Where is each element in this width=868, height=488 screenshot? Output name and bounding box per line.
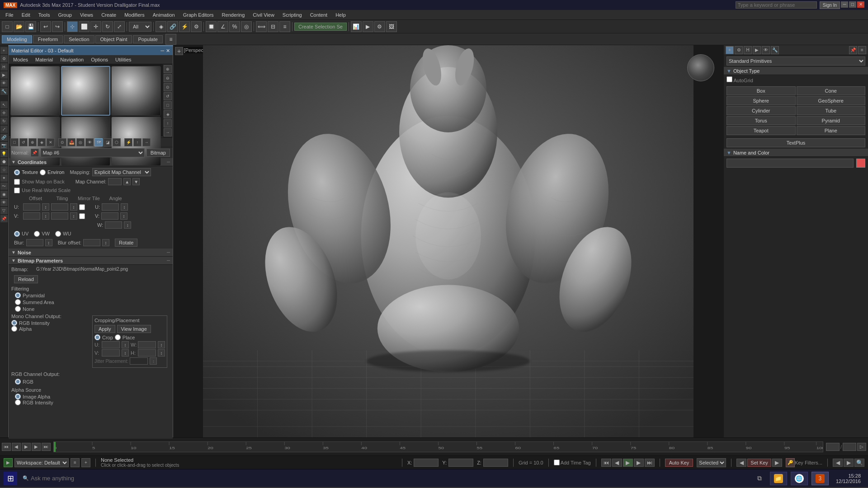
menu-modifiers[interactable]: Modifiers	[121, 11, 148, 19]
u-crop-input[interactable]: 0.0	[102, 341, 120, 348]
mat-menu-navigation[interactable]: Navigation	[57, 56, 86, 63]
rotate-btn[interactable]: Rotate	[115, 239, 137, 247]
mat-copy-btn[interactable]: ⊕	[28, 138, 37, 146]
rp-create-icon[interactable]: +	[726, 46, 734, 54]
mat-param-wiring-btn[interactable]: ⚡	[124, 138, 132, 146]
get-material-btn[interactable]: ⊕	[164, 65, 172, 73]
funnel-icon[interactable]: ▽	[0, 207, 8, 214]
angle-w-spin[interactable]: ↕	[124, 221, 131, 229]
map-ch-up[interactable]: ▲	[123, 178, 131, 185]
save-btn[interactable]: 💾	[25, 21, 36, 32]
mat-put-mat-btn[interactable]: 📤	[67, 138, 75, 146]
v-crop-input[interactable]: 0.0	[102, 349, 120, 357]
box-btn[interactable]: Box	[726, 86, 796, 95]
rp-modify-icon[interactable]: ⚙	[735, 46, 743, 54]
layer-btn[interactable]: ≡	[279, 21, 290, 32]
noise-section-header[interactable]: ▼ Noise ─	[9, 249, 173, 257]
mat-show-btn[interactable]: 👁	[85, 138, 94, 146]
x-coord-input[interactable]: 63.622	[414, 459, 439, 467]
menu-tools[interactable]: Tools	[35, 11, 54, 19]
timeline-track[interactable]: 0 5 10 15 20 25 30 35 40 45 50 55 60 65 …	[53, 441, 823, 452]
rp-utilities-icon[interactable]: 🔧	[771, 46, 779, 54]
link-icon[interactable]: 🔗	[0, 134, 8, 141]
bitmap-params-header[interactable]: ▼ Bitmap Parameters ─	[9, 257, 173, 265]
move-btn[interactable]: ✛	[90, 21, 101, 32]
select-icon[interactable]: ↖	[0, 101, 8, 108]
mat-minimize-btn[interactable]: ─	[160, 48, 164, 54]
rgb-intensity-radio[interactable]	[11, 320, 17, 326]
scale-icon[interactable]: ⤢	[0, 126, 8, 133]
h-crop-input[interactable]: 1.0	[138, 349, 156, 357]
rp-hierarchy-icon[interactable]: H	[744, 46, 752, 54]
z-coord-input[interactable]: 0.0	[483, 459, 508, 467]
start-btn[interactable]: ⊞	[4, 472, 17, 485]
mat-get-mat-btn[interactable]: ⊙	[58, 138, 66, 146]
mat-sphere-2[interactable]	[61, 66, 111, 116]
menu-create[interactable]: Create	[98, 11, 120, 19]
rp-motion-icon[interactable]: ▶	[753, 46, 761, 54]
play-play-btn[interactable]: ▶	[623, 459, 633, 467]
select-region-btn[interactable]: ⬜	[79, 21, 90, 32]
alpha-radio[interactable]	[11, 326, 17, 332]
render-frame-btn[interactable]: 🖼	[386, 21, 397, 32]
spinner-snap-btn[interactable]: ◎	[241, 21, 252, 32]
cortana-area[interactable]: 🔍	[23, 475, 747, 482]
v-crop-spin[interactable]: ↕	[122, 349, 129, 357]
minimize-button[interactable]: ─	[841, 1, 848, 8]
offset-v-spin[interactable]: ↕	[42, 212, 49, 220]
textplus-btn[interactable]: TextPlus	[726, 138, 865, 147]
play-end-btn[interactable]: ⏭	[645, 459, 655, 467]
blur-input[interactable]: 1.0	[26, 239, 43, 246]
menu-edit[interactable]: Edit	[18, 11, 34, 19]
pin-icon[interactable]: 📌	[0, 215, 8, 222]
normal-pin-btn[interactable]: 📌	[31, 149, 39, 157]
mat-forward-btn[interactable]: →	[142, 138, 151, 146]
timeline-play-btn[interactable]: ▶	[22, 443, 31, 451]
put-material-btn[interactable]: ⊖	[164, 74, 172, 82]
jitter-input[interactable]: 1.0	[130, 357, 148, 365]
noise-close[interactable]: ─	[167, 250, 170, 255]
tab-object-paint[interactable]: Object Paint	[95, 35, 132, 43]
select-filter-btn[interactable]: ◈	[156, 21, 166, 32]
mat-params[interactable]: ▼ Coordinates ─ Texture Environ Mapping:…	[9, 158, 173, 439]
show-map-check[interactable]	[14, 179, 20, 185]
mapping-select[interactable]: Explicit Map Channel	[92, 168, 151, 176]
go-forward-btn[interactable]: →	[164, 128, 172, 136]
open-btn[interactable]: 📂	[14, 21, 24, 32]
tube-btn[interactable]: Tube	[797, 106, 866, 115]
menu-views[interactable]: Views	[76, 11, 97, 19]
nav-gizmo[interactable]	[687, 54, 714, 81]
chrome-btn[interactable]: 🌐	[791, 472, 808, 485]
object-name-input[interactable]	[726, 159, 854, 168]
eye-icon[interactable]: 👁	[0, 199, 8, 206]
mat-menu-options[interactable]: Options	[88, 56, 111, 63]
menu-scripting[interactable]: Scripting	[279, 11, 306, 19]
add-time-tag-check[interactable]	[554, 460, 560, 465]
teapot-btn[interactable]: Teapot	[726, 126, 796, 135]
new-btn[interactable]: □	[2, 21, 13, 32]
unlink-btn[interactable]: ⚡	[179, 21, 190, 32]
rotate-icon[interactable]: ↻	[0, 117, 8, 125]
rp-display-icon[interactable]: 👁	[762, 46, 770, 54]
mat-reset-btn[interactable]: ↺	[19, 138, 28, 146]
tab-modeling[interactable]: Modeling	[2, 35, 32, 43]
time-search-btn[interactable]: 🔍	[854, 459, 864, 467]
torus-btn[interactable]: Torus	[726, 116, 796, 125]
explorer-btn[interactable]: 📁	[770, 472, 787, 485]
plane-btn[interactable]: Plane	[797, 126, 866, 135]
mat-sphere-1[interactable]	[10, 66, 60, 116]
search-input[interactable]	[736, 1, 817, 9]
display-icon[interactable]: 👁	[0, 80, 8, 87]
sphere-btn[interactable]: Sphere	[726, 96, 796, 105]
cone-btn[interactable]: Cone	[797, 86, 866, 95]
show-standard-btn[interactable]: ◈	[164, 110, 172, 118]
set-key-prev-btn[interactable]: ◀	[736, 459, 746, 467]
angle-u-input[interactable]: 0.0	[102, 203, 119, 211]
bitmap-close[interactable]: ─	[167, 258, 170, 263]
play-start-btn[interactable]: ⏮	[601, 459, 611, 467]
rgb-ch-radio[interactable]	[15, 379, 21, 385]
select-btn[interactable]: ⊹	[67, 21, 78, 32]
graph-toolbar-btn[interactable]: 📊	[351, 21, 362, 32]
taskview-btn[interactable]: ⧉	[753, 472, 766, 485]
viewport[interactable]: [+] [Perspective] [Standard] [Default Sh…	[173, 45, 723, 437]
